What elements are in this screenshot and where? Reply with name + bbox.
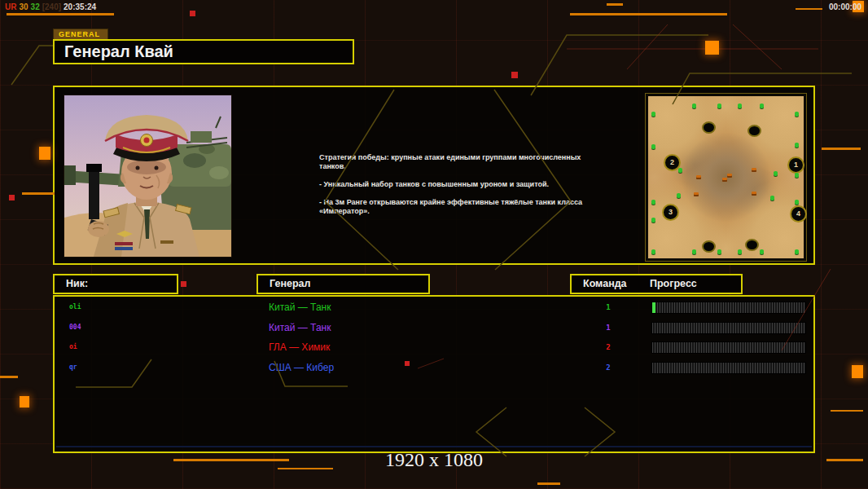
deco-square <box>511 72 518 78</box>
map-tree-dot <box>717 249 721 254</box>
player-team: 1 <box>602 324 615 332</box>
map-tree-dot <box>795 173 799 178</box>
deco-dash <box>22 192 55 195</box>
deco-square <box>9 195 15 200</box>
deco-square <box>20 396 29 408</box>
deco-dash <box>0 376 18 378</box>
map-preview: 1234 <box>646 94 806 261</box>
map-tree-dot <box>651 200 655 205</box>
map-structure-dot <box>694 192 699 196</box>
general-info-panel: Стратегия победы: крупные атаки едиными … <box>53 86 815 265</box>
deco-square <box>852 365 863 378</box>
deco-square <box>39 147 50 160</box>
map-tree-dot <box>774 171 778 176</box>
deco-square <box>405 361 410 366</box>
debug-clock: 20:35:24 <box>64 2 96 11</box>
map-tree-dot <box>678 168 682 173</box>
player-nick: oi <box>69 343 77 350</box>
deco-square <box>181 281 186 287</box>
map-tree-dot <box>795 112 799 117</box>
table-row: qrСША — Кибер2 <box>55 359 813 379</box>
general-description: Стратегия победы: крупные атаки едиными … <box>319 153 596 225</box>
deco-dash <box>831 410 863 412</box>
map-tree-dot <box>795 249 799 254</box>
general-portrait <box>64 95 232 258</box>
debug-value: 32 <box>31 2 40 11</box>
map-tree-dot <box>651 218 655 222</box>
deco-dash <box>570 13 727 15</box>
player-team: 2 <box>602 363 615 372</box>
map-structure-dot <box>727 174 732 178</box>
player-general: Китай — Танк <box>269 302 331 313</box>
loading-screen: { "hud": { "debug_ur": "UR", "debug_fps"… <box>0 0 868 489</box>
player-general: США — Кибер <box>269 362 334 373</box>
deco-dash <box>607 3 623 6</box>
map-spawn-marker: 1 <box>787 156 804 174</box>
resolution-label: 1920 x 1080 <box>0 449 868 471</box>
deco-square <box>705 41 719 55</box>
map-tree-dot <box>651 144 655 149</box>
table-divider <box>56 446 812 447</box>
player-rows: oliКитай — Танк1004Китай — Танк1oiГЛА — … <box>55 298 813 378</box>
map-spawn-marker: 3 <box>662 204 679 221</box>
map-oil-well <box>747 125 761 137</box>
player-progress-bar <box>651 341 806 354</box>
table-row: oliКитай — Танк1 <box>55 298 813 319</box>
player-nick: oli <box>69 303 81 311</box>
map-tree-dot <box>760 249 764 254</box>
map-tree-dot <box>651 112 655 117</box>
nick-header-label: Ник: <box>66 278 88 289</box>
map-tree-dot <box>677 193 681 198</box>
player-nick: 004 <box>69 324 81 331</box>
deco-dash <box>822 148 861 150</box>
description-line: - Уникальный набор танков с повышенным у… <box>319 180 596 189</box>
deco-dash <box>7 13 114 15</box>
nick-header-box: Ник: <box>53 274 178 294</box>
page-title: Генерал Квай <box>64 42 173 61</box>
map-structure-dot <box>752 192 756 196</box>
player-progress-bar <box>651 362 806 374</box>
player-progress-bar <box>651 302 806 314</box>
description-line: Стратегия победы: крупные атаки едиными … <box>319 153 596 171</box>
general-title-box: Генерал Квай <box>53 39 354 64</box>
player-nick: qr <box>69 363 77 371</box>
map-tree-dot <box>692 104 696 108</box>
team-progress-header-box: Команда Прогресс <box>570 274 743 294</box>
map-structure-dot <box>722 178 727 182</box>
general-header-box: Генерал <box>256 274 430 294</box>
map-tree-dot <box>717 104 721 108</box>
map-tree-dot <box>738 104 742 108</box>
general-portrait-art <box>64 95 231 257</box>
progress-header-label: Прогресс <box>650 278 697 289</box>
map-oil-well <box>745 239 759 251</box>
match-timer: 00:00:00 <box>829 2 861 11</box>
table-row: 004Китай — Танк1 <box>55 319 813 339</box>
map-tree-dot <box>760 104 764 108</box>
deco-dash <box>537 482 560 485</box>
players-table: oliКитай — Танк1004Китай — Танк1oiГЛА — … <box>53 295 815 453</box>
description-line: - На 3м Ранге открываются крайне эффекти… <box>319 198 596 216</box>
map-spawn-marker: 4 <box>790 205 807 222</box>
map-tree-dot <box>770 196 774 200</box>
map-structure-dot <box>696 175 701 179</box>
debug-cap: [240] <box>42 2 61 11</box>
table-row: oiГЛА — Химик2 <box>55 338 813 359</box>
debug-label: UR <box>5 2 16 11</box>
debug-fps: 30 <box>19 2 28 11</box>
map-tree-dot <box>795 143 799 148</box>
player-team: 1 <box>602 303 615 311</box>
deco-dash <box>796 8 822 10</box>
map-tree-dot <box>651 249 655 254</box>
general-header-label: Генерал <box>270 278 310 289</box>
map-oil-well <box>702 121 716 134</box>
deco-square <box>190 11 195 16</box>
debug-readout: UR3032[240]20:35:24 <box>5 2 99 11</box>
team-header-label: Команда <box>583 278 627 289</box>
map-tree-dot <box>738 249 742 254</box>
map-tree-dot <box>795 200 799 205</box>
player-general: Китай — Танк <box>269 322 331 333</box>
map-tree-dot <box>692 249 696 254</box>
player-progress-bar <box>651 322 806 334</box>
player-general: ГЛА — Химик <box>269 341 330 353</box>
map-oil-well <box>702 240 716 253</box>
